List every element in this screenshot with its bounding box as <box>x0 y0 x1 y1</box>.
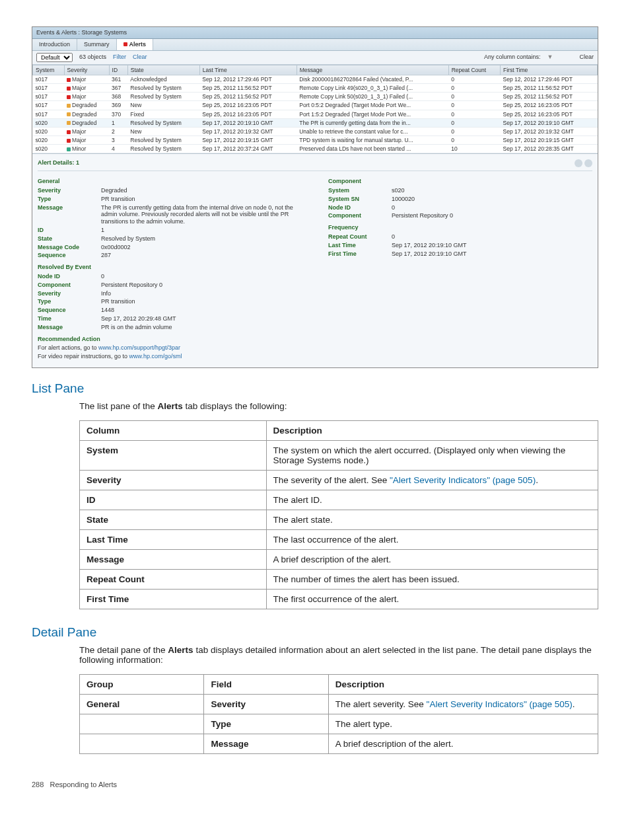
table-cell: 0 <box>448 127 500 135</box>
table-row[interactable]: s017Degraded370FixedSep 25, 2012 16:23:0… <box>33 110 598 118</box>
table-row[interactable]: s020Degraded1Resolved by SystemSep 17, 2… <box>33 118 598 127</box>
detail-field: Systems020 <box>328 186 592 195</box>
detail-field-value: Persistent Repository 0 <box>392 212 592 219</box>
col-header-group: Group <box>80 675 204 695</box>
table-cell: Sep 25, 2012 11:56:52 PDT <box>199 83 297 92</box>
table-row: StateThe alert state. <box>80 510 598 530</box>
detail-field: TypePR transition <box>38 297 302 306</box>
table-cell: Remote Copy Link 50(s020_1_3_1) Failed (… <box>297 93 448 101</box>
table-row[interactable]: s017Major367Resolved by SystemSep 25, 20… <box>33 83 598 92</box>
table-row: Last TimeThe last occurrence of the aler… <box>80 530 598 550</box>
table-cell: Sep 25, 2012 16:23:05 PDT <box>199 110 297 118</box>
alert-flag-icon <box>123 42 127 46</box>
table-row[interactable]: s017Major361AcknowledgedSep 12, 2012 17:… <box>33 75 598 83</box>
clear-right-button[interactable]: Clear <box>579 54 594 61</box>
recommended-heading: Recommended Action <box>38 332 302 344</box>
clear-button[interactable]: Clear <box>133 54 147 61</box>
table-row[interactable]: s017Major368Resolved by SystemSep 25, 20… <box>33 93 598 101</box>
detail-field: Repeat Count0 <box>328 233 592 241</box>
table-cell: Sep 17, 2012 20:19:10 GMT <box>199 118 297 127</box>
table-cell: s017 <box>33 75 65 83</box>
detail-field-label: Message <box>38 324 97 331</box>
table-row[interactable]: s020Minor4Resolved by SystemSep 17, 2012… <box>33 145 598 153</box>
table-cell: Sep 12, 2012 17:29:46 PDT <box>199 75 297 83</box>
table-row: MessageA brief description of the alert. <box>80 550 598 570</box>
table-cell: Sep 17, 2012 20:37:24 GMT <box>199 145 297 153</box>
detail-field-label: State <box>38 235 97 243</box>
column-header[interactable]: State <box>127 65 199 75</box>
general-heading: General <box>38 174 302 186</box>
alerts-screenshot: Events & Alerts : Storage Systems Introd… <box>32 26 598 368</box>
detail-field-label: Repeat Count <box>328 233 388 241</box>
detail-field-label: ID <box>38 227 97 234</box>
detail-field-label: First Time <box>328 250 388 258</box>
badge-icon[interactable] <box>575 159 582 167</box>
column-header[interactable]: Repeat Count <box>448 65 500 75</box>
tab-summary[interactable]: Summary <box>77 39 117 50</box>
table-cell: 3 <box>109 136 127 145</box>
detail-field: Node ID0 <box>38 272 302 281</box>
detail-field: SeverityDegraded <box>38 186 302 195</box>
doc-link[interactable]: "Alert Severity Indicators" (page 505) <box>390 475 536 485</box>
detail-field-value: 0x00d0002 <box>101 244 302 251</box>
detail-field-value: The PR is currently getting data from th… <box>101 204 302 225</box>
table-cell: Remote Copy Link 49(s020_0_3_1) Failed (… <box>297 83 448 92</box>
column-description: A brief description of the alert. <box>266 550 598 570</box>
table-cell: Acknowledged <box>127 75 199 83</box>
detail-field-label: Sequence <box>38 252 97 259</box>
table-cell: Fixed <box>127 110 199 118</box>
column-header[interactable]: Last Time <box>199 65 297 75</box>
column-header[interactable]: First Time <box>501 65 598 75</box>
table-cell: s017 <box>33 93 65 101</box>
detail-field-label: Sequence <box>38 307 97 314</box>
table-cell: Disk 2000001862702864 Failed (Vacated, P… <box>297 75 448 83</box>
column-description: The severity of the alert. See "Alert Se… <box>266 471 598 490</box>
col-header-field: Field <box>204 675 328 695</box>
detail-field-value: 287 <box>101 252 302 259</box>
column-header[interactable]: ID <box>109 65 127 75</box>
tab-bar: Introduction Summary Alerts <box>32 39 598 51</box>
badge-icon[interactable] <box>584 159 592 167</box>
table-cell: 0 <box>448 83 500 92</box>
table-cell: s020 <box>33 145 65 153</box>
detail-field: First TimeSep 17, 2012 20:19:10 GMT <box>328 250 592 258</box>
column-header[interactable]: Message <box>297 65 448 75</box>
recommended-link-2[interactable]: www.hp.com/go/sml <box>129 353 182 360</box>
table-cell: 367 <box>109 83 127 92</box>
tab-alerts[interactable]: Alerts <box>117 39 154 50</box>
detail-field: Sequence1448 <box>38 306 302 315</box>
table-row[interactable]: s020Major2NewSep 17, 2012 20:19:32 GMTUn… <box>33 127 598 135</box>
column-header[interactable]: System <box>33 65 65 75</box>
column-description: The alert ID. <box>266 490 598 510</box>
filter-button[interactable]: Filter <box>113 54 126 61</box>
table-cell: New <box>127 127 199 135</box>
table-cell: s017 <box>33 101 65 110</box>
table-cell: 368 <box>109 93 127 101</box>
group-cell <box>80 714 204 734</box>
doc-link[interactable]: "Alert Severity Indicators" (page 505) <box>427 699 573 709</box>
table-cell: Sep 25, 2012 11:56:52 PDT <box>501 93 598 101</box>
filter-dropdown[interactable]: Default <box>36 53 73 62</box>
detail-field: System SN1000020 <box>328 195 592 204</box>
table-cell: Degraded <box>64 110 109 118</box>
table-cell: The PR is currently getting data from th… <box>297 118 448 127</box>
tab-introduction[interactable]: Introduction <box>32 39 77 50</box>
alert-details-pane: Alert Details: 1 General SeverityDegrade… <box>32 153 598 367</box>
detail-field: SeverityInfo <box>38 289 302 298</box>
detail-field-value: 1448 <box>101 307 302 314</box>
table-cell: 0 <box>448 93 500 101</box>
recommended-link-1[interactable]: www.hp.com/support/hpgt/3par <box>98 344 180 351</box>
table-row: TypeThe alert type. <box>80 714 598 734</box>
table-row: Repeat CountThe number of times the aler… <box>80 570 598 590</box>
column-header[interactable]: Severity <box>64 65 109 75</box>
column-description: The system on which the alert occurred. … <box>266 441 598 471</box>
table-cell: s020 <box>33 136 65 145</box>
table-row[interactable]: s020Major3Resolved by SystemSep 17, 2012… <box>33 136 598 145</box>
table-row[interactable]: s017Degraded369NewSep 25, 2012 16:23:05 … <box>33 101 598 110</box>
detail-field-value: Persistent Repository 0 <box>101 282 302 289</box>
table-cell: Minor <box>64 145 109 153</box>
tab-alerts-label: Alerts <box>129 41 147 48</box>
table-row: MessageA brief description of the alert. <box>80 734 598 754</box>
recommended-line1: For alert actions, go to www.hp.com/supp… <box>38 344 180 352</box>
column-name: System <box>80 441 267 471</box>
